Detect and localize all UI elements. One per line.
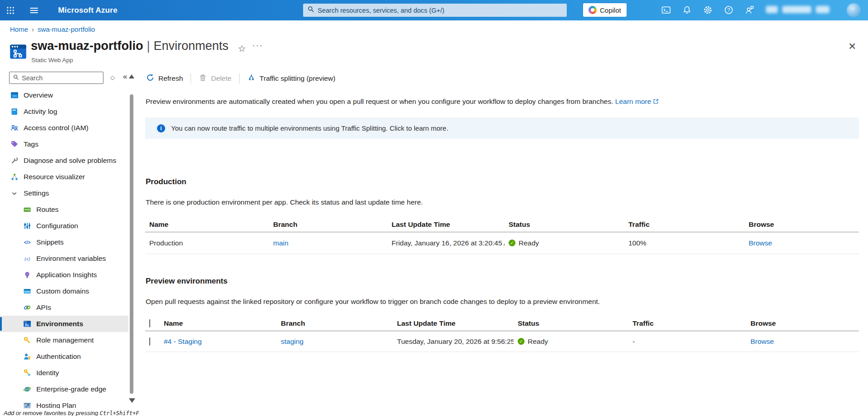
col-traffic: Traffic: [624, 220, 745, 229]
sidebar-item-environments[interactable]: Environments: [0, 316, 128, 332]
copilot-icon: [588, 6, 597, 14]
col-last-update: Last Update Time: [393, 319, 514, 328]
favorites-hint: Add or remove favorites by pressing Ctrl…: [4, 410, 139, 416]
avatar[interactable]: [847, 3, 861, 17]
page-title: swa-muaz-portfolio|Environments: [31, 39, 229, 53]
table-row[interactable]: #4 - Staging staging Tuesday, January 20…: [145, 331, 859, 352]
sidebar-item-enterprise-grade-edge[interactable]: Enterprise-grade edge: [0, 381, 128, 397]
tags-icon: [10, 140, 19, 149]
static-web-app-icon: [9, 42, 27, 63]
col-branch: Branch: [277, 319, 393, 328]
status-badge: Ready: [528, 338, 548, 346]
sidebar-item-custom-domains[interactable]: www Custom domains: [0, 283, 128, 299]
refresh-button[interactable]: Refresh: [146, 73, 183, 83]
row-checkbox[interactable]: [149, 338, 150, 346]
hosting-plan-icon: [23, 401, 31, 409]
ready-check-icon: [518, 338, 525, 345]
sidebar-item-identity[interactable]: Identity: [0, 365, 128, 381]
info-banner[interactable]: i You can now route traffic to multiple …: [145, 117, 859, 139]
copilot-button[interactable]: Copilot: [583, 3, 627, 17]
activity-log-icon: [10, 108, 19, 116]
status-cell: Ready: [505, 239, 624, 247]
sidebar-item-authentication[interactable]: Authentication: [0, 348, 128, 365]
pin-menu-icon[interactable]: ◇: [110, 74, 115, 81]
branch-link[interactable]: main: [273, 239, 289, 247]
azure-portal-page: Microsoft Azure Copilot: [0, 0, 868, 416]
refresh-icon: [146, 73, 154, 83]
snippets-icon: </>: [23, 238, 31, 247]
svg-text:{x}: {x}: [24, 256, 29, 261]
status-badge: Ready: [519, 239, 539, 247]
cloud-shell-icon[interactable]: [662, 5, 671, 15]
help-icon[interactable]: ?: [724, 5, 733, 15]
sidebar-item-diagnose[interactable]: Diagnose and solve problems: [0, 152, 128, 169]
blade-name: Environments: [154, 39, 229, 53]
more-options-icon[interactable]: ···: [252, 41, 263, 50]
browse-link[interactable]: Browse: [750, 338, 774, 345]
learn-more-link[interactable]: Learn more: [615, 98, 651, 105]
command-bar: Refresh Delete Traffic splitting (previe…: [146, 73, 335, 84]
sidebar-item-snippets[interactable]: </> Snippets: [0, 234, 128, 250]
identity-icon: [23, 369, 31, 377]
sidebar-item-resource-visualizer[interactable]: Resource visualizer: [0, 169, 128, 185]
sidebar-scrollbar[interactable]: [130, 94, 133, 394]
wrench-icon: [10, 157, 19, 165]
breadcrumb-resource-link[interactable]: swa-muaz-portfolio: [38, 25, 95, 33]
sidebar-item-environment-variables[interactable]: {x} Environment variables: [0, 250, 128, 267]
last-update-time: Friday, January 16, 2026 at 3:20:45 A...: [387, 239, 505, 247]
global-search-input[interactable]: [318, 7, 554, 14]
sidebar-item-configuration[interactable]: Configuration: [0, 218, 128, 234]
table-row[interactable]: Production main Friday, January 16, 2026…: [145, 232, 859, 254]
global-search[interactable]: [303, 4, 567, 17]
application-insights-icon: [23, 271, 31, 279]
close-blade-icon[interactable]: ×: [848, 40, 856, 53]
feedback-icon[interactable]: [745, 5, 754, 15]
traffic-splitting-button[interactable]: Traffic splitting (preview): [247, 73, 335, 83]
browse-link[interactable]: Browse: [749, 239, 772, 247]
waffle-menu-icon[interactable]: [5, 5, 15, 15]
collapse-menu-icon[interactable]: «: [123, 72, 127, 81]
col-name: Name: [163, 319, 277, 328]
sidebar-item-routes[interactable]: Routes: [0, 201, 128, 218]
sidebar-search-input[interactable]: [22, 74, 94, 82]
hamburger-menu-icon[interactable]: [29, 5, 39, 15]
sidebar-item-tags[interactable]: Tags: [0, 136, 128, 152]
external-link-icon: [653, 98, 659, 106]
environment-link[interactable]: #4 - Staging: [164, 338, 202, 345]
ready-check-icon: [509, 240, 515, 246]
col-branch: Branch: [269, 220, 387, 229]
sidebar-item-activity-log[interactable]: Activity log: [0, 103, 128, 120]
sidebar-scroll-up-arrow[interactable]: [129, 74, 134, 78]
sidebar-search[interactable]: [9, 72, 103, 84]
top-bar: Microsoft Azure Copilot: [0, 0, 868, 20]
product-title[interactable]: Microsoft Azure: [58, 6, 118, 15]
settings-gear-icon[interactable]: [703, 5, 712, 15]
select-all-checkbox[interactable]: [149, 319, 150, 328]
sidebar-group-settings[interactable]: Settings: [0, 185, 128, 201]
sidebar-item-access-control[interactable]: Access control (IAM): [0, 120, 128, 136]
delete-button[interactable]: Delete: [199, 73, 231, 83]
sidebar-scroll-down-arrow[interactable]: [129, 398, 135, 403]
traffic-value: 100%: [624, 239, 745, 247]
branch-link[interactable]: staging: [281, 338, 304, 345]
preview-heading: Preview environments: [146, 277, 227, 286]
sidebar-item-role-management[interactable]: Role management: [0, 332, 128, 348]
sidebar-item-hosting-plan[interactable]: Hosting Plan: [0, 397, 128, 408]
production-description: There is one production environment per …: [146, 198, 423, 206]
col-status: Status: [505, 220, 624, 229]
redacted-account-info: [766, 6, 839, 15]
environments-icon: [23, 320, 31, 328]
col-name: Name: [145, 220, 269, 229]
role-management-icon: [23, 336, 31, 345]
resource-menu-sidebar: ◇ « </> Overview Activity log: [0, 68, 135, 416]
notifications-bell-icon[interactable]: [682, 5, 691, 15]
copilot-label: Copilot: [600, 6, 621, 14]
authentication-icon: [23, 352, 31, 361]
svg-text:</>: </>: [12, 94, 17, 98]
sidebar-item-overview[interactable]: </> Overview: [0, 87, 128, 103]
favorite-star-icon[interactable]: ☆: [238, 43, 246, 54]
sidebar-item-application-insights[interactable]: Application Insights: [0, 267, 128, 283]
sidebar-item-apis[interactable]: APIs: [0, 299, 128, 316]
breadcrumb-home-link[interactable]: Home: [10, 25, 28, 33]
preview-table: Name Branch Last Update Time Status Traf…: [145, 316, 859, 352]
